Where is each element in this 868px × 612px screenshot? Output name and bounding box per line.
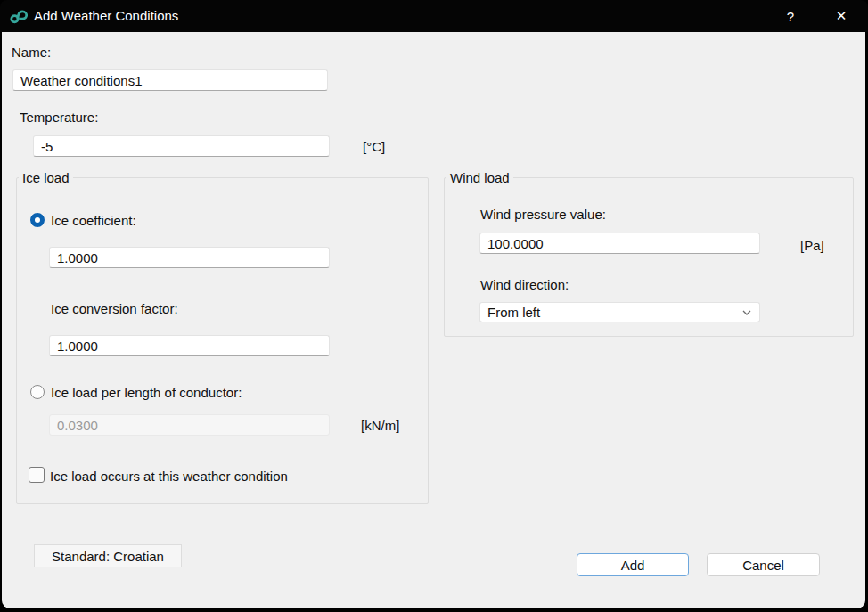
chevron-down-icon (741, 307, 752, 318)
temperature-unit: [°C] (363, 139, 385, 154)
title-bar: Add Weather Conditions ? ✕ (0, 0, 868, 32)
ice-conversion-input[interactable] (49, 335, 330, 356)
ice-load-group-title: Ice load (19, 170, 73, 185)
standard-indicator: Standard: Croatian (34, 544, 182, 567)
close-button[interactable]: ✕ (821, 0, 862, 32)
wind-pressure-unit: [Pa] (800, 238, 824, 253)
add-button[interactable]: Add (577, 553, 689, 576)
ice-coefficient-label: Ice coefficient: (51, 213, 136, 228)
ice-per-length-unit: [kN/m] (361, 418, 399, 433)
ice-per-length-label: Ice load per length of conductor: (51, 385, 242, 400)
wind-direction-label: Wind direction: (480, 277, 569, 292)
ice-per-length-radio[interactable] (30, 385, 45, 399)
ice-occurs-label: Ice load occurs at this weather conditio… (50, 469, 288, 484)
help-button[interactable]: ? (770, 0, 811, 32)
name-input[interactable] (12, 69, 328, 91)
cancel-button[interactable]: Cancel (707, 553, 820, 576)
wind-direction-select[interactable]: From left (479, 302, 760, 322)
ice-occurs-checkbox[interactable] (29, 467, 45, 483)
name-label: Name: (12, 45, 51, 60)
wind-pressure-label: Wind pressure value: (480, 207, 606, 222)
ice-coefficient-radio[interactable] (30, 213, 45, 227)
wind-direction-value: From left (487, 305, 540, 320)
temperature-label: Temperature: (20, 110, 98, 125)
window-title: Add Weather Conditions (34, 8, 178, 23)
wind-load-group-title: Wind load (446, 170, 513, 185)
ice-coefficient-input[interactable] (49, 247, 330, 268)
ice-conversion-label: Ice conversion factor: (51, 301, 178, 316)
app-logo-icon (9, 6, 29, 26)
wind-pressure-input[interactable] (479, 233, 760, 254)
dialog-window: Add Weather Conditions ? ✕ Name: Tempera… (0, 0, 868, 612)
temperature-input[interactable] (33, 135, 330, 157)
ice-per-length-input[interactable] (49, 414, 330, 436)
